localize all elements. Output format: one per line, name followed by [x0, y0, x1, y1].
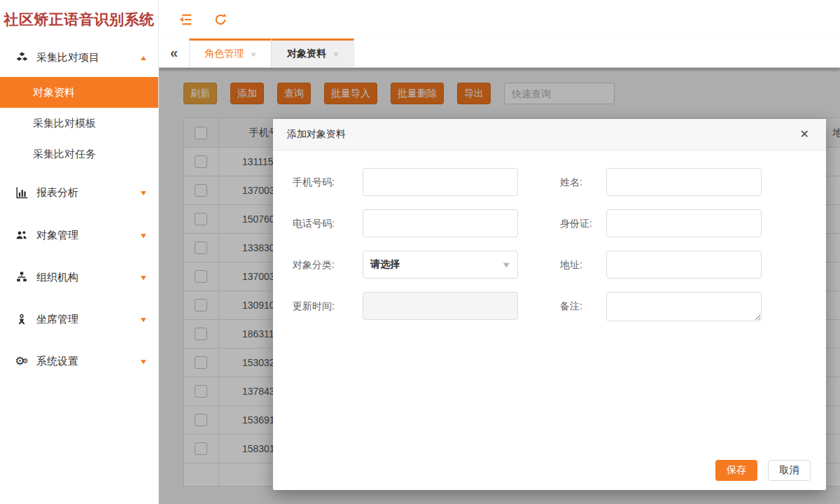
collapse-sidebar-icon[interactable]	[177, 11, 194, 28]
dialog-footer: 保存 取消	[715, 460, 811, 481]
chevron-up-icon: ▲	[139, 54, 148, 62]
select-value: 请选择	[370, 258, 503, 271]
chevron-down-icon: ▼	[139, 316, 148, 323]
address-field[interactable]	[606, 251, 762, 279]
sidebar-group-label: 组织机构	[36, 271, 140, 284]
tab-label: 对象资料	[287, 48, 326, 60]
update-time-field	[363, 292, 518, 320]
name-label: 姓名:	[560, 168, 606, 196]
remark-field[interactable]	[606, 292, 762, 321]
tab-role-management[interactable]: 角色管理 ×	[189, 38, 272, 67]
chevron-down-icon: ▼	[139, 232, 148, 239]
id-card-label: 身份证:	[560, 209, 606, 237]
remark-label: 备注:	[560, 292, 606, 321]
dialog-header: 添加对象资料 ✕	[273, 119, 826, 150]
add-object-profile-dialog: 添加对象资料 ✕ 手机号码: 姓名: 电话号码: 身份证: 对象分类: 请选择 …	[273, 119, 826, 490]
sidebar-group-report-analysis[interactable]: 报表分析 ▼	[0, 176, 158, 209]
users-icon	[14, 228, 29, 242]
sidebar-group-label: 系统设置	[36, 355, 140, 368]
sidebar-submenu: 对象资料 采集比对模板 采集比对任务	[0, 77, 158, 169]
chevron-down-icon: ▼	[139, 189, 148, 197]
phone-number-field[interactable]	[363, 168, 518, 196]
dialog-title: 添加对象资料	[287, 128, 800, 141]
address-label: 地址:	[560, 251, 606, 279]
telephone-field[interactable]	[363, 209, 518, 237]
telephone-label: 电话号码:	[293, 209, 363, 237]
sidebar-group-agent-management[interactable]: 坐席管理 ▼	[0, 303, 158, 335]
update-time-label: 更新时间:	[293, 292, 363, 321]
gears-icon: ⚙⚙	[14, 354, 29, 368]
sidebar-group-object-management[interactable]: 对象管理 ▼	[0, 219, 158, 251]
phone-number-label: 手机号码:	[293, 168, 363, 196]
sidebar-item-object-profile[interactable]: 对象资料	[0, 77, 158, 108]
bar-chart-icon	[14, 186, 29, 200]
id-card-field[interactable]	[606, 209, 762, 237]
sidebar-group-label: 坐席管理	[36, 313, 140, 326]
close-icon[interactable]: ×	[251, 49, 256, 59]
sidebar-group-label: 采集比对项目	[36, 51, 140, 64]
org-icon	[14, 270, 29, 284]
tab-bar: « 角色管理 × 对象资料 ×	[159, 38, 840, 68]
topbar	[159, 0, 840, 38]
save-button[interactable]: 保存	[715, 460, 757, 481]
sidebar-group-label: 对象管理	[36, 229, 140, 242]
sidebar-group-label: 报表分析	[36, 186, 140, 200]
object-category-select[interactable]: 请选择 ▼	[363, 251, 518, 279]
close-icon[interactable]: ✕	[800, 129, 809, 140]
chevron-down-icon: ▼	[139, 358, 148, 365]
tabs-scroll-left-icon[interactable]: «	[159, 38, 189, 67]
dialog-body: 手机号码: 姓名: 电话号码: 身份证: 对象分类: 请选择 ▼ 地址: 更新时…	[273, 150, 826, 321]
sidebar: 社区矫正语音识别系统 采集比对项目 ▲ 对象资料 采集比对模板 采集比对任务 报…	[0, 0, 159, 504]
agent-icon	[14, 312, 29, 326]
tab-label: 角色管理	[204, 48, 244, 60]
sidebar-item-compare-template[interactable]: 采集比对模板	[0, 108, 158, 139]
sidebar-group-organization[interactable]: 组织机构 ▼	[0, 261, 158, 293]
tab-object-profile[interactable]: 对象资料 ×	[272, 38, 354, 67]
close-icon[interactable]: ×	[333, 49, 339, 59]
cubes-icon	[14, 50, 29, 64]
sidebar-group-collection-compare[interactable]: 采集比对项目 ▲	[0, 41, 158, 74]
name-field[interactable]	[606, 168, 762, 196]
chevron-down-icon: ▼	[139, 274, 148, 281]
sidebar-item-compare-task[interactable]: 采集比对任务	[0, 139, 158, 169]
app-title: 社区矫正语音识别系统	[0, 0, 158, 41]
cancel-button[interactable]: 取消	[768, 460, 811, 481]
chevron-down-icon: ▼	[501, 260, 512, 269]
object-category-label: 对象分类:	[293, 251, 363, 279]
refresh-icon[interactable]	[212, 11, 229, 28]
sidebar-group-system-settings[interactable]: ⚙⚙ 系统设置 ▼	[0, 345, 158, 377]
